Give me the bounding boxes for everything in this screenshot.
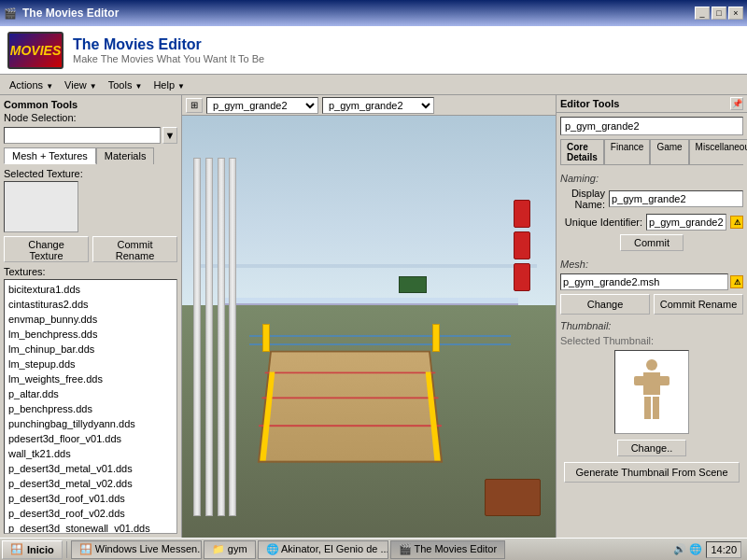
editor-tools-title: Editor Tools [560,98,619,109]
naming-commit-button[interactable]: Commit [620,234,684,251]
equipment-area [496,200,548,495]
generate-thumbnail-button[interactable]: Generate Thumbnail From Scene [564,462,740,483]
taskbar-right: 🔊 🌐 14:20 [669,541,745,558]
texture-list-item[interactable]: lm_weights_free.dds [7,371,175,386]
texture-btn-row: ChangeTexture CommitRename [4,236,177,262]
texture-list-item[interactable]: p_desert3d_roof_v02.dds [7,506,175,521]
texture-list-item[interactable]: p_benchpress.dds [7,401,175,416]
texture-list-item[interactable]: pdesert3d_floor_v01.dds [7,431,175,446]
tab-game[interactable]: Game [650,139,688,164]
taskbar: 🪟 Inicio 🪟 Windows Live Messen...📁 gym🌐 … [0,538,747,560]
menu-actions-arrow: ▼ [46,82,53,91]
selected-texture-label: Selected Texture: [4,168,177,179]
taskbar-item-0[interactable]: 🪟 Windows Live Messen... [71,540,202,559]
texture-list-item[interactable]: p_desert3d_metal_v01.dds [7,461,175,476]
tab-mesh-textures[interactable]: Mesh + Textures [4,147,96,164]
texture-list-item[interactable]: envmap_bunny.dds [7,312,175,327]
char-arms [634,376,669,385]
texture-preview [4,181,78,232]
taskbar-icons: 🔊 🌐 [673,543,702,555]
viewport-tool-btn-1[interactable]: ⊞ [186,98,203,113]
texture-list-item[interactable]: bicitextura1.dds [7,282,175,297]
texture-list-item[interactable]: p_desert3d_roof_v01.dds [7,491,175,506]
start-icon: 🪟 [10,543,23,555]
mesh-warning-icon: ⚠ [730,275,743,288]
texture-list-item[interactable]: p_altar.dds [7,386,175,401]
menu-help[interactable]: Help ▼ [148,77,190,92]
main-layout: Common Tools Node Selection: ▼ Mesh + Te… [0,95,747,538]
close-button[interactable]: × [728,7,743,20]
menu-view-arrow: ▼ [90,82,97,91]
editor-tools-header: Editor Tools 📌 [557,95,747,113]
clock: 14:20 [706,541,741,558]
menu-bar: Actions ▼ View ▼ Tools ▼ Help ▼ [0,75,747,95]
editor-content: Naming: Display Name: Unique Identifier:… [557,165,747,538]
editor-tools-pin[interactable]: 📌 [730,97,743,110]
mesh-file-input[interactable] [560,273,728,290]
menu-view[interactable]: View ▼ [59,77,103,92]
unique-id-warning-icon: ⚠ [730,216,743,229]
texture-list-item[interactable]: lm_benchpress.dds [7,327,175,342]
column-3 [218,158,225,516]
mesh-textures-tabs: Mesh + Textures Materials [4,147,177,164]
tab-materials[interactable]: Materials [96,147,155,164]
boxing-ring [258,351,443,463]
texture-list-item[interactable]: lm_stepup.dds [7,357,175,371]
tab-core-details[interactable]: Core Details [560,139,604,164]
window-icon: 🎬 [4,7,17,20]
app-subtitle: Make The Movies What You Want It To Be [73,53,264,64]
menu-tools[interactable]: Tools ▼ [103,77,148,92]
menu-help-arrow: ▼ [177,82,185,91]
tab-miscellaneous[interactable]: Miscellaneous [689,139,747,164]
texture-list-item[interactable]: cintastituras2.dds [7,297,175,312]
node-selection-input[interactable] [4,127,161,144]
texture-list-item[interactable]: p_desert3d_stonewall_v01.dds [7,521,175,534]
taskbar-item-2[interactable]: 🌐 Akinator, El Genio de ... [258,540,388,559]
viewport-combo-right[interactable]: p_gym_grande2 [322,97,434,114]
node-selection-arrow[interactable]: ▼ [162,127,177,144]
menu-actions[interactable]: Actions ▼ [4,77,59,92]
commit-rename-texture-button[interactable]: CommitRename [92,236,177,262]
gym-columns [193,158,249,516]
unique-id-label: Unique Identifier: [560,217,642,228]
tab-finance[interactable]: Finance [604,139,651,164]
unique-id-input[interactable] [646,214,726,231]
change-texture-button[interactable]: ChangeTexture [4,236,89,262]
title-bar-controls: _ □ × [695,7,743,20]
mesh-change-button[interactable]: Change [560,294,650,315]
app-title: The Movies Editor [73,36,264,53]
mesh-commit-rename-button[interactable]: Commit Rename [654,294,743,315]
textures-list[interactable]: bicitextura1.ddscintastituras2.ddsenvmap… [4,279,177,534]
unique-id-row: Unique Identifier: ⚠ [560,214,743,231]
change-thumbnail-button[interactable]: Change.. [617,440,687,456]
maximize-button[interactable]: □ [712,7,726,20]
column-2 [205,158,213,516]
char-body [643,372,660,395]
display-name-label: Display Name: [560,188,605,210]
char-leg-left [644,397,651,419]
ring-rope-3 [259,425,443,427]
taskbar-item-3[interactable]: 🎬 The Movies Editor [390,540,506,559]
mesh-section: Mesh: ⚠ Change Commit Rename [560,259,743,315]
taskbar-item-1[interactable]: 📁 gym [204,540,256,559]
menu-tools-arrow: ▼ [134,82,142,91]
taskbar-divider [66,541,67,558]
naming-section-title: Naming: [560,173,743,184]
texture-list-item[interactable]: p_desert3d_metal_v02.dds [7,476,175,491]
start-button[interactable]: 🪟 Inicio [2,540,63,559]
ring-rope-1 [264,371,436,373]
node-selection-row: Node Selection: [4,112,177,123]
texture-list-item[interactable]: lm_chinup_bar.dds [7,342,175,357]
ring-rope-2 [261,398,439,399]
texture-list-item[interactable]: wall_tk21.dds [7,446,175,461]
viewport-combo-left[interactable]: p_gym_grande2 [206,97,318,114]
equip-3 [514,263,530,291]
char-leg-right [653,397,659,419]
minimize-button[interactable]: _ [695,7,710,20]
texture-list-item[interactable]: punchingbag_tillydyann.dds [7,416,175,431]
equip-1 [514,200,530,228]
title-bar: 🎬 The Movies Editor _ □ × [0,0,747,26]
display-name-input[interactable] [609,190,743,207]
window-title: The Movies Editor [22,7,119,20]
taskbar-items: 🪟 Windows Live Messen...📁 gym🌐 Akinator,… [71,540,669,559]
